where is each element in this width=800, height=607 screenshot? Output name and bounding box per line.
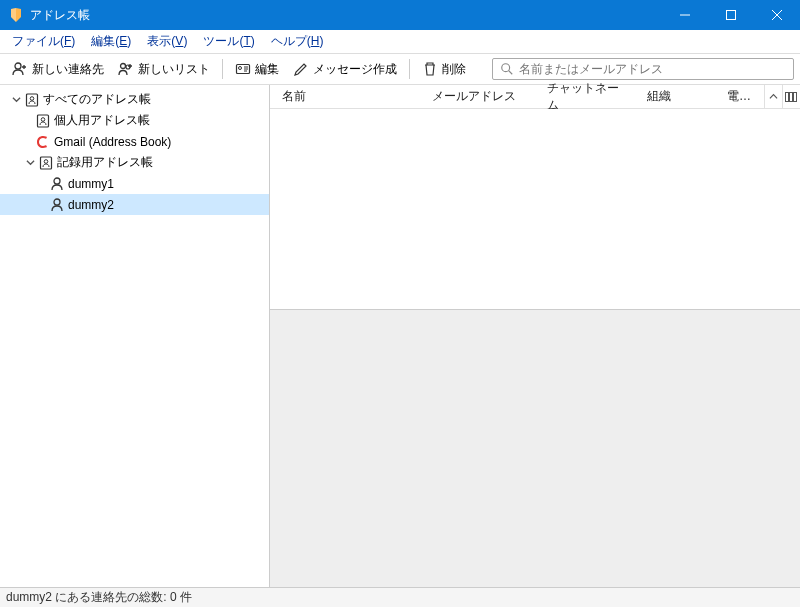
status-text: dummy2 にある連絡先の総数: 0 件 [6,589,192,606]
toolbar: 新しい連絡先 新しいリスト 編集 メッセージ作成 削除 [0,54,800,84]
svg-rect-16 [790,92,793,101]
tree-recorded[interactable]: 記録用アドレス帳 [0,152,269,173]
delete-button[interactable]: 削除 [416,58,472,81]
address-book-icon [24,92,40,108]
people-plus-icon [118,61,134,77]
contact-list[interactable] [270,109,800,309]
chevron-down-icon[interactable] [11,95,21,105]
tree-root-all[interactable]: すべてのアドレス帳 [0,89,269,110]
col-picker-button[interactable] [782,85,800,108]
svg-point-12 [44,159,48,163]
menu-view[interactable]: 表示(V) [139,31,195,52]
tree-label: dummy2 [68,198,114,212]
new-list-label: 新しいリスト [138,61,210,78]
pencil-icon [293,61,309,77]
menubar: ファイル(F) 編集(E) 表示(V) ツール(T) ヘルプ(H) [0,30,800,54]
svg-rect-0 [727,11,736,20]
col-label: 組織 [647,88,671,105]
app-icon [8,7,24,23]
separator [409,59,410,79]
new-contact-button[interactable]: 新しい連絡先 [6,58,110,81]
gmail-icon [35,134,51,150]
col-label: 電… [727,88,751,105]
col-name[interactable]: 名前 [270,85,420,108]
search-icon [499,61,515,77]
compose-button[interactable]: メッセージ作成 [287,58,403,81]
chevron-down-icon[interactable] [25,158,35,168]
window-controls [662,0,800,30]
edit-button[interactable]: 編集 [229,58,285,81]
tree-dummy1[interactable]: dummy1 [0,173,269,194]
statusbar: dummy2 にある連絡先の総数: 0 件 [0,587,800,607]
content-area: 名前 メールアドレス チャットネーム 組織 電… [270,85,800,587]
svg-point-13 [54,178,60,184]
compose-label: メッセージ作成 [313,61,397,78]
person-plus-icon [12,61,28,77]
search-input[interactable] [519,62,787,76]
trash-icon [422,61,438,77]
svg-point-10 [41,117,45,121]
detail-panel [270,309,800,587]
col-label: 名前 [282,88,306,105]
separator [222,59,223,79]
edit-label: 編集 [255,61,279,78]
col-email[interactable]: メールアドレス [420,85,535,108]
svg-point-6 [502,64,510,72]
new-contact-label: 新しい連絡先 [32,61,104,78]
window-title: アドレス帳 [30,7,662,24]
svg-point-2 [121,64,126,69]
svg-point-14 [54,199,60,205]
tree-label: すべてのアドレス帳 [43,91,151,108]
tree-label: 記録用アドレス帳 [57,154,153,171]
titlebar: アドレス帳 [0,0,800,30]
svg-point-5 [239,67,242,70]
col-phone[interactable]: 電… [715,85,764,108]
svg-point-1 [15,63,21,69]
tree-label: dummy1 [68,177,114,191]
col-label: メールアドレス [432,88,516,105]
person-icon [49,197,65,213]
svg-point-8 [30,96,34,100]
menu-file[interactable]: ファイル(F) [4,31,83,52]
col-sort-icon[interactable] [764,85,782,108]
tree-label: 個人用アドレス帳 [54,112,150,129]
column-headers: 名前 メールアドレス チャットネーム 組織 電… [270,85,800,109]
menu-edit[interactable]: 編集(E) [83,31,139,52]
col-chat[interactable]: チャットネーム [535,85,635,108]
card-icon [235,61,251,77]
search-box[interactable] [492,58,794,80]
close-button[interactable] [754,0,800,30]
menu-help[interactable]: ヘルプ(H) [263,31,332,52]
tree-personal[interactable]: 個人用アドレス帳 [0,110,269,131]
minimize-button[interactable] [662,0,708,30]
address-book-icon [38,155,54,171]
col-org[interactable]: 組織 [635,85,715,108]
tree-label: Gmail (Address Book) [54,135,171,149]
svg-rect-15 [786,92,789,101]
address-book-tree[interactable]: すべてのアドレス帳 個人用アドレス帳 Gmail (Address Book) … [0,85,270,587]
tree-gmail[interactable]: Gmail (Address Book) [0,131,269,152]
maximize-button[interactable] [708,0,754,30]
tree-dummy2[interactable]: dummy2 [0,194,269,215]
person-icon [49,176,65,192]
address-book-icon [35,113,51,129]
svg-rect-17 [794,92,797,101]
menu-tools[interactable]: ツール(T) [195,31,262,52]
new-list-button[interactable]: 新しいリスト [112,58,216,81]
delete-label: 削除 [442,61,466,78]
main-area: すべてのアドレス帳 個人用アドレス帳 Gmail (Address Book) … [0,84,800,587]
